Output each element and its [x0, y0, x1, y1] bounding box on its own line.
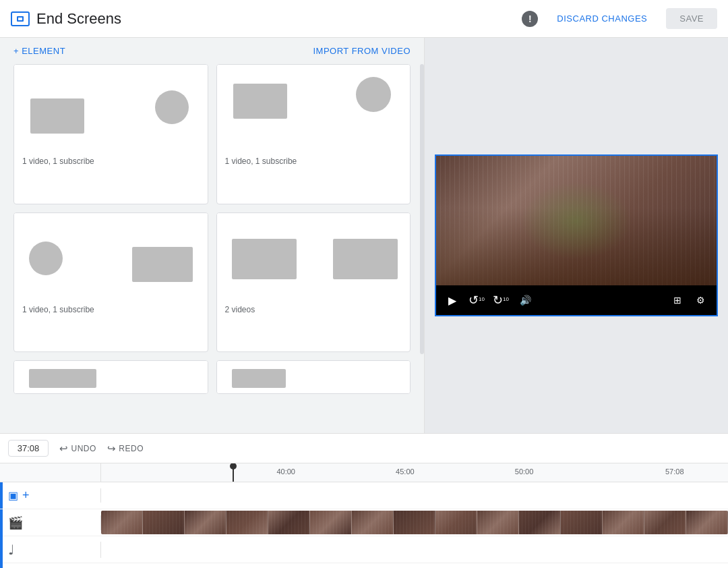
- template-card[interactable]: 2 videos: [216, 212, 411, 353]
- video-controls: ▶ ↺10 ↻10 🔊 ⊞ ⚙: [436, 285, 717, 315]
- end-screens-icon: [11, 11, 30, 26]
- template-preview-3: [14, 213, 208, 301]
- page-title: End Screens: [36, 10, 121, 28]
- ruler-mark-1: 40:00: [276, 467, 295, 476]
- timeline-tracks: ▣ + 🎬: [0, 482, 728, 568]
- main-area: + ELEMENT IMPORT FROM VIDEO 1 video, 1 s…: [0, 38, 728, 433]
- redo-label: REDO: [119, 444, 144, 453]
- timeline-ruler: 40:00 45:00 50:00 57:08: [0, 463, 728, 482]
- video-thumb-5: [268, 511, 310, 534]
- forward-10-button[interactable]: ↻10: [493, 292, 509, 308]
- audio-track-row: ♩: [0, 536, 728, 563]
- tpl-subscribe-circle-3: [29, 242, 63, 275]
- template-label-2: 1 video, 1 subscribe: [217, 152, 411, 173]
- template-preview-4: [217, 213, 411, 301]
- video-thumb-11: [519, 511, 561, 534]
- timeline-toolbar: 37:08 ↩ UNDO ↪ REDO: [0, 434, 728, 463]
- video-thumb-13: [603, 511, 644, 534]
- template-card[interactable]: [216, 360, 411, 394]
- import-from-video-button[interactable]: IMPORT FROM VIDEO: [313, 46, 411, 56]
- grid-button[interactable]: ⊞: [669, 292, 686, 308]
- left-toolbar: + ELEMENT IMPORT FROM VIDEO: [0, 38, 424, 64]
- video-thumb-12: [561, 511, 603, 534]
- video-thumb-8: [394, 511, 435, 534]
- video-thumb-15: [686, 511, 728, 534]
- discard-changes-button[interactable]: DISCARD CHANGES: [549, 8, 655, 29]
- end-screen-track-icon: ▣: [8, 489, 18, 502]
- right-panel: ▶ ↺10 ↻10 🔊 ⊞ ⚙: [425, 38, 728, 433]
- video-track-label: 🎬: [0, 515, 101, 530]
- settings-button[interactable]: ⚙: [692, 292, 708, 308]
- replay-10-button[interactable]: ↺10: [468, 292, 485, 308]
- tpl-video-rect-3: [132, 247, 193, 282]
- controls-right: ⊞ ⚙: [669, 292, 708, 308]
- tpl-subscribe-circle-2: [356, 77, 391, 112]
- template-card[interactable]: 1 video, 1 subscribe: [13, 212, 208, 353]
- end-screen-track-row: ▣ +: [0, 482, 728, 509]
- template-preview-2: [217, 65, 411, 152]
- save-button[interactable]: SAVE: [666, 8, 717, 29]
- template-preview-1: [14, 65, 208, 152]
- add-element-button[interactable]: + ELEMENT: [13, 46, 65, 56]
- video-thumb-6: [310, 511, 352, 534]
- ruler-markers: 40:00 45:00 50:00 57:08: [101, 463, 728, 482]
- tpl-video-rect: [30, 98, 84, 134]
- end-screen-track-content[interactable]: [101, 482, 728, 509]
- timeline-area: 37:08 ↩ UNDO ↪ REDO 40:00 45:00 50:00 57…: [0, 433, 728, 568]
- undo-icon: ↩: [59, 443, 69, 455]
- video-thumb-1: [101, 511, 143, 534]
- template-card[interactable]: 1 video, 1 subscribe: [13, 64, 208, 204]
- tpl-video-rect-4a: [232, 239, 297, 279]
- template-label-3: 1 video, 1 subscribe: [14, 301, 208, 321]
- end-screen-track-label: ▣ +: [0, 488, 101, 503]
- controls-left: ▶ ↺10 ↻10 🔊: [444, 292, 533, 308]
- video-track-bar: [101, 511, 728, 534]
- template-card[interactable]: 1 video, 1 subscribe: [216, 64, 411, 204]
- playhead-dot: [230, 463, 237, 470]
- ruler-mark-2: 45:00: [396, 467, 415, 476]
- template-card[interactable]: [13, 360, 208, 394]
- redo-icon: ↪: [107, 443, 117, 455]
- add-end-screen-button[interactable]: +: [22, 488, 30, 503]
- template-preview-6: [217, 361, 411, 394]
- undo-button[interactable]: ↩ UNDO: [59, 443, 96, 455]
- left-panel: + ELEMENT IMPORT FROM VIDEO 1 video, 1 s…: [0, 38, 425, 433]
- playhead: [233, 463, 234, 482]
- header: End Screens ! DISCARD CHANGES SAVE: [0, 0, 728, 38]
- header-right: ! DISCARD CHANGES SAVE: [522, 8, 717, 29]
- volume-button[interactable]: 🔊: [517, 292, 533, 308]
- undo-label: UNDO: [71, 444, 96, 453]
- video-track-row: 🎬: [0, 509, 728, 536]
- redo-button[interactable]: ↪ REDO: [107, 443, 144, 455]
- play-button[interactable]: ▶: [444, 292, 460, 308]
- video-thumb-2: [143, 511, 185, 534]
- template-preview-5: [14, 361, 208, 394]
- template-label-1: 1 video, 1 subscribe: [14, 152, 208, 173]
- tpl-video-rect-2: [233, 84, 287, 119]
- video-thumb-7: [352, 511, 394, 534]
- audio-track-label: ♩: [0, 542, 101, 558]
- video-thumb-3: [185, 511, 226, 534]
- tpl-rect-5: [29, 369, 96, 388]
- ruler-mark-3: 50:00: [515, 467, 534, 476]
- header-left: End Screens: [11, 10, 121, 28]
- video-frame: [436, 156, 717, 285]
- audio-track-content: [101, 536, 728, 563]
- tpl-video-rect-4b: [333, 239, 398, 279]
- tpl-rect-6: [232, 369, 286, 388]
- video-thumb-10: [477, 511, 519, 534]
- tpl-subscribe-circle: [155, 90, 189, 124]
- template-label-4: 2 videos: [217, 301, 411, 321]
- video-thumb-14: [644, 511, 686, 534]
- video-thumb-4: [226, 511, 268, 534]
- templates-grid: 1 video, 1 subscribe 1 video, 1 subscrib…: [0, 64, 424, 433]
- video-thumb-9: [435, 511, 477, 534]
- audio-track-icon: ♩: [8, 542, 14, 558]
- warning-icon[interactable]: !: [522, 11, 538, 27]
- time-display[interactable]: 37:08: [8, 440, 49, 457]
- video-player: ▶ ↺10 ↻10 🔊 ⊞ ⚙: [435, 154, 718, 316]
- video-track-content: [101, 509, 728, 536]
- ruler-mark-4: 57:08: [665, 467, 684, 476]
- video-track-icon: 🎬: [8, 515, 23, 530]
